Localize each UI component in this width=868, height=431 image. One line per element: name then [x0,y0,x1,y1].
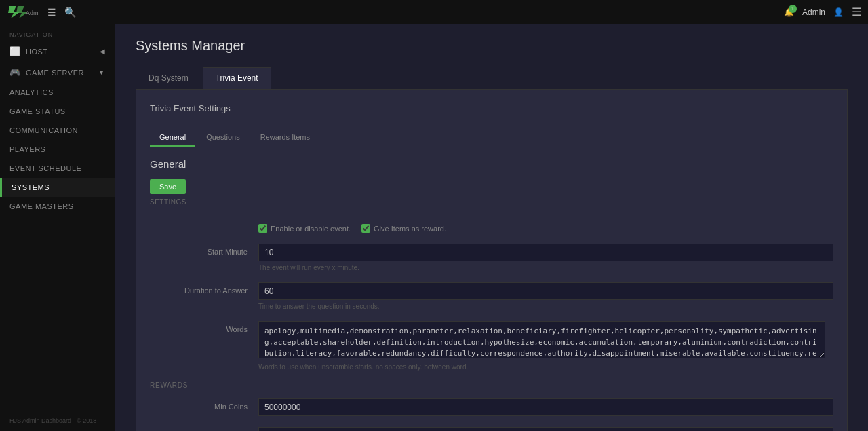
duration-row: Duration to Answer Time to answer the qu… [150,282,833,310]
sidebar-footer: HJS Admin Dashboard - © 2018 [0,411,115,431]
sidebar-item-label: GAME SERVER [26,69,84,77]
svg-text:Admin: Admin [26,10,39,16]
game-server-arrow-icon[interactable]: ▼ [98,69,105,76]
words-field: Words to use when unscramble starts. no … [258,321,833,371]
duration-hint: Time to answer the question in seconds. [258,303,833,310]
bell-badge: 1 [789,5,797,13]
sidebar-item-systems[interactable]: SYSTEMS [0,178,115,197]
sub-tab-questions[interactable]: Questions [197,129,250,147]
sidebar-item-players[interactable]: PLAYERS [0,140,115,159]
sidebar-item-label: EVENT SCHEDULE [9,164,81,172]
tab-trivia-event[interactable]: Trivia Event [203,67,271,89]
sidebar-item-label: GAME MASTERS [9,202,74,210]
topbar-left: Admin ☰ 🔍 [7,5,76,20]
duration-input[interactable] [258,282,833,300]
min-coins-field [258,398,833,416]
max-reward-field [258,427,833,431]
max-reward-input[interactable] [258,427,833,431]
topbar: Admin ☰ 🔍 🔔 1 Admin 👤 ☰ [0,0,868,24]
host-icon: ⬜ [9,46,20,56]
min-coins-row: Min Coins [150,398,833,416]
sidebar-item-label: COMMUNICATION [9,126,78,134]
start-minute-field: The event will run every x minute. [258,244,833,271]
save-button[interactable]: Save [150,179,186,194]
words-label: Words [150,321,258,333]
sidebar-item-game-server[interactable]: 🎮 GAME SERVER ▼ [0,62,115,83]
sidebar-item-host[interactable]: ⬜ HOST ◀ [0,41,115,62]
settings-sublabel: SETTINGS [150,198,833,206]
divider [150,214,833,214]
sidebar-item-label: ANALYTICS [9,88,54,96]
rewards-label: REWARDS [150,381,833,389]
nav-label: NAVIGATION [0,24,115,41]
enable-event-checkbox[interactable] [258,224,267,233]
words-textarea[interactable] [258,321,825,358]
give-items-checkbox-label[interactable]: Give Items as reward. [361,224,446,233]
sidebar: NAVIGATION ⬜ HOST ◀ 🎮 GAME SERVER ▼ ANAL… [0,24,115,431]
duration-field: Time to answer the question in seconds. [258,282,833,310]
checkbox-row: Enable or disable event. Give Items as r… [150,224,833,233]
enable-event-checkbox-label[interactable]: Enable or disable event. [258,224,351,233]
start-minute-row: Start Minute The event will run every x … [150,244,833,271]
words-row: Words Words to use when unscramble start… [150,321,833,371]
sidebar-item-communication[interactable]: COMMUNICATION [0,121,115,140]
sidebar-item-label: PLAYERS [9,145,45,153]
topbar-right: 🔔 1 Admin 👤 ☰ [784,5,861,18]
bell-icon[interactable]: 🔔 1 [784,7,794,17]
textarea-wrapper [258,321,833,360]
layout: NAVIGATION ⬜ HOST ◀ 🎮 GAME SERVER ▼ ANAL… [0,24,868,431]
user-icon[interactable]: 👤 [833,7,844,17]
max-reward-row: Max Reward [150,427,833,431]
sub-tab-bar: General Questions Rewards Items [150,129,833,147]
settings-panel: Trivia Event Settings General Questions … [136,90,848,431]
main-tab-bar: Dq System Trivia Event [136,67,848,90]
give-items-checkbox[interactable] [361,224,370,233]
min-coins-input[interactable] [258,398,833,416]
sidebar-item-event-schedule[interactable]: EVENT SCHEDULE [0,159,115,178]
sidebar-item-label: SYSTEMS [12,183,50,191]
sidebar-item-game-masters[interactable]: GAME MASTERS [0,197,115,216]
start-minute-input[interactable] [258,244,833,261]
sidebar-item-label: HOST [26,48,48,56]
search-icon[interactable]: 🔍 [64,7,76,18]
general-heading: General [150,158,833,170]
enable-event-label: Enable or disable event. [271,225,351,233]
start-minute-hint: The event will run every x minute. [258,264,833,271]
game-server-icon: 🎮 [9,67,20,77]
start-minute-label: Start Minute [150,244,258,256]
hamburger-icon[interactable]: ☰ [47,7,56,18]
give-items-label: Give Items as reward. [374,225,446,233]
host-collapse-icon[interactable]: ◀ [100,48,106,55]
sub-tab-rewards-items[interactable]: Rewards Items [251,129,319,147]
logo: Admin [7,5,39,20]
max-reward-label: Max Reward [150,427,258,431]
min-coins-label: Min Coins [150,398,258,411]
sidebar-item-analytics[interactable]: ANALYTICS [0,83,115,102]
tab-dq-system[interactable]: Dq System [136,67,201,89]
sidebar-item-game-status[interactable]: GAME STATUS [0,102,115,121]
duration-label: Duration to Answer [150,282,258,295]
page-title: Systems Manager [136,38,848,54]
sub-tab-general[interactable]: General [150,129,195,147]
topbar-menu-icon[interactable]: ☰ [852,5,861,18]
admin-label[interactable]: Admin [802,7,825,17]
rewards-section-divider: REWARDS [150,381,833,389]
words-hint: Words to use when unscramble starts. no … [258,363,833,371]
sidebar-item-label: GAME STATUS [9,107,66,115]
settings-title: Trivia Event Settings [150,103,833,119]
main-content: Systems Manager Dq System Trivia Event T… [115,24,868,431]
